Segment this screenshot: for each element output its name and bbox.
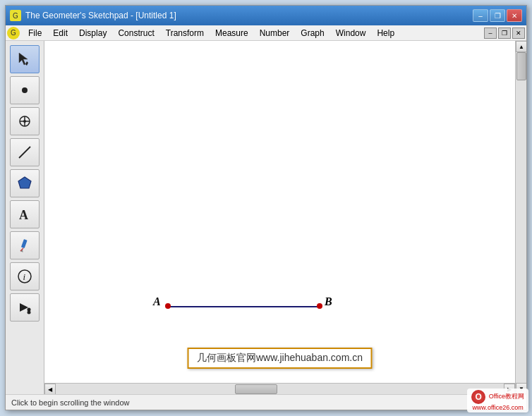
right-scroll-track[interactable]: [516, 52, 526, 383]
label-b: B: [325, 295, 332, 308]
marker-tool[interactable]: [10, 231, 40, 259]
title-controls: – ❐ ✕: [473, 9, 522, 22]
point-icon: [17, 82, 32, 98]
inner-close-btn[interactable]: ✕: [512, 27, 525, 39]
line-tool[interactable]: [10, 138, 40, 166]
main-window: G The Geometer's Sketchpad - [Untitled 1…: [5, 5, 527, 410]
point-tool[interactable]: [10, 76, 40, 104]
point-a[interactable]: [165, 303, 171, 309]
title-bar: G The Geometer's Sketchpad - [Untitled 1…: [6, 6, 526, 25]
bottom-scroll-track[interactable]: [56, 384, 504, 394]
main-area: A i: [6, 41, 526, 394]
animation-icon: [17, 300, 32, 315]
scroll-up-btn[interactable]: ▲: [516, 41, 526, 52]
compass-icon: [17, 114, 32, 129]
svg-marker-8: [18, 177, 31, 188]
title-bar-left: G The Geometer's Sketchpad - [Untitled 1…: [10, 10, 176, 21]
polygon-icon: [17, 176, 32, 191]
app-icon: G: [10, 10, 21, 21]
canvas-scroll-area: A B 几何画板官网www.jihehuaban.com.cn ◀ ▶: [44, 41, 526, 394]
menu-items: G File Edit Display Construct Transform …: [7, 27, 400, 39]
svg-marker-15: [20, 303, 28, 312]
line-icon: [17, 145, 32, 160]
info-tool[interactable]: i: [10, 262, 40, 290]
menu-bar: G File Edit Display Construct Transform …: [6, 25, 526, 41]
svg-rect-10: [21, 239, 28, 248]
menu-number[interactable]: Number: [254, 27, 296, 39]
inner-minimize-btn[interactable]: –: [484, 27, 497, 39]
close-button[interactable]: ✕: [507, 9, 522, 22]
svg-marker-1: [25, 61, 28, 66]
menu-transform[interactable]: Transform: [160, 27, 210, 39]
right-scrollbar[interactable]: ▲ ▼: [515, 41, 526, 394]
info-icon: i: [17, 269, 32, 284]
toolbar: A i: [6, 41, 44, 394]
office-logo: O Office教程网 www.office26.com: [467, 389, 528, 412]
menu-graph[interactable]: Graph: [295, 27, 330, 39]
scroll-left-btn[interactable]: ◀: [44, 384, 56, 394]
menu-file[interactable]: File: [23, 27, 47, 39]
status-bar: Click to begin scrolling the window: [6, 394, 526, 410]
menu-construct[interactable]: Construct: [112, 27, 159, 39]
menu-measure[interactable]: Measure: [210, 27, 254, 39]
bottom-scroll-thumb[interactable]: [235, 384, 277, 394]
right-scroll-thumb[interactable]: [516, 52, 526, 80]
canvas-wrapper: A B 几何画板官网www.jihehuaban.com.cn ◀ ▶: [44, 41, 515, 394]
text-icon: A: [17, 207, 32, 222]
window-title: The Geometer's Sketchpad - [Untitled 1]: [25, 11, 176, 20]
menu-help[interactable]: Help: [371, 27, 400, 39]
inner-window-controls: – ❐ ✕: [484, 27, 525, 39]
svg-text:A: A: [19, 208, 28, 222]
label-a: A: [153, 295, 161, 308]
polygon-tool[interactable]: [10, 169, 40, 197]
marker-icon: [17, 238, 32, 253]
svg-point-6: [23, 120, 26, 123]
select-tool[interactable]: [10, 45, 40, 73]
menu-display[interactable]: Display: [73, 27, 112, 39]
menu-app-icon: G: [7, 27, 20, 39]
point-b[interactable]: [317, 303, 322, 309]
office-icon: O: [471, 390, 485, 404]
svg-line-7: [19, 147, 30, 158]
animation-tool[interactable]: [10, 293, 40, 322]
minimize-button[interactable]: –: [473, 9, 488, 22]
office-url: www.office26.com: [472, 404, 523, 411]
svg-point-2: [22, 87, 28, 93]
text-tool[interactable]: A: [10, 200, 40, 228]
maximize-button[interactable]: ❐: [490, 9, 505, 22]
canvas-area[interactable]: A B 几何画板官网www.jihehuaban.com.cn: [44, 41, 515, 383]
svg-point-17: [28, 311, 31, 314]
svg-text:i: i: [23, 271, 26, 282]
watermark-banner: 几何画板官网www.jihehuaban.com.cn: [187, 348, 373, 369]
compass-tool[interactable]: [10, 107, 40, 135]
menu-edit[interactable]: Edit: [47, 27, 73, 39]
line-segment-ab: [168, 306, 320, 307]
status-text: Click to begin scrolling the window: [11, 398, 130, 407]
bottom-scrollbar[interactable]: ◀ ▶: [44, 383, 515, 394]
arrow-icon: [17, 51, 32, 67]
menu-window[interactable]: Window: [330, 27, 372, 39]
office-text: Office教程网: [489, 393, 524, 400]
inner-restore-btn[interactable]: ❐: [498, 27, 511, 39]
